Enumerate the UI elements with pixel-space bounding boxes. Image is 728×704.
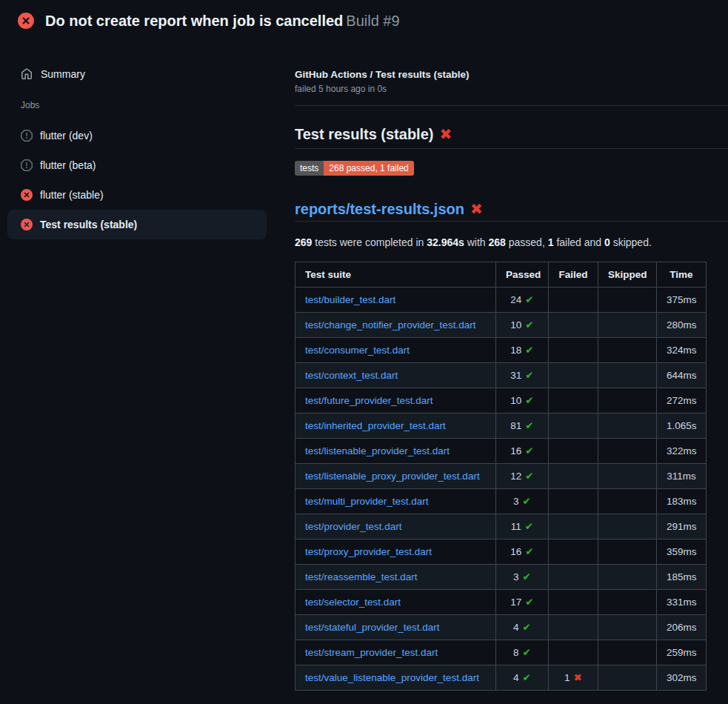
suite-link[interactable]: test/future_provider_test.dart [305,395,433,406]
skipped-cell [598,489,657,514]
count: 1 [564,672,570,683]
skipped-cell [598,388,657,414]
failed-cell: 1✖ [549,665,598,691]
check-icon: ✔ [525,369,533,381]
badge-row: tests 268 passed, 1 failed [295,161,728,176]
suite-link[interactable]: test/provider_test.dart [305,521,402,532]
summary-segment: with [464,236,489,248]
suite-link[interactable]: test/builder_test.dart [305,294,395,305]
time-cell: 206ms [657,615,707,640]
check-icon: ✔ [525,419,533,431]
suite-link[interactable]: test/consumer_test.dart [305,345,410,356]
failed-cell [549,288,598,313]
summary-segment: failed and [554,236,605,248]
check-icon: ✔ [525,319,533,331]
suite-link[interactable]: test/context_test.dart [305,370,398,381]
stop-icon [21,130,33,142]
suite-link[interactable]: test/proxy_provider_test.dart [305,546,432,557]
count: 4 [513,622,519,633]
time-cell: 1.065s [657,414,707,439]
table-row: test/stream_provider_test.dart8✔259ms [295,640,707,665]
job-label: flutter (beta) [40,159,96,171]
suite-link[interactable]: test/inherited_provider_test.dart [305,420,446,431]
suite-cell: test/listenable_provider_test.dart [295,439,496,464]
summary-segment: 32.964s [427,236,464,248]
passed-cell: 12✔ [496,464,549,489]
table-row: test/multi_provider_test.dart3✔183ms [295,489,707,514]
time-cell: 375ms [657,288,707,313]
suite-link[interactable]: test/reassemble_test.dart [305,571,418,582]
summary-segment: passed, [506,236,548,248]
table-row: test/provider_test.dart11✔291ms [295,514,707,539]
table-row: test/future_provider_test.dart10✔272ms [295,388,707,414]
time-cell: 311ms [657,464,707,489]
sidebar-job-flutter-dev[interactable]: flutter (dev) [7,121,267,150]
table-row: test/consumer_test.dart18✔324ms [295,338,707,363]
suite-link[interactable]: test/listenable_proxy_provider_test.dart [305,471,480,482]
time-cell: 644ms [657,363,707,388]
time-cell: 280ms [657,313,707,338]
checks-page: Do not create report when job is cancell… [0,0,728,691]
column-header-test-suite: Test suite [295,262,496,288]
failed-cell [549,363,598,388]
sidebar-job-flutter-stable[interactable]: flutter (stable) [7,180,267,210]
summary-segment: 0 [604,236,610,248]
passed-cell: 31✔ [496,363,549,388]
skipped-cell [598,665,657,691]
check-icon: ✔ [525,293,533,305]
passed-cell: 10✔ [496,388,549,414]
skipped-cell [598,615,657,640]
suite-cell: test/proxy_provider_test.dart [295,539,496,565]
suite-cell: test/stateful_provider_test.dart [295,615,496,640]
time-cell: 183ms [657,489,707,514]
run-title-text: Do not create report when job is cancell… [45,13,343,29]
passed-cell: 16✔ [496,539,549,565]
table-row: test/change_notifier_provider_test.dart1… [295,313,707,338]
count: 16 [510,546,521,557]
column-header-skipped: Skipped [598,262,657,288]
count: 31 [510,370,521,381]
failed-cell [549,539,598,565]
count: 81 [510,420,521,431]
suite-cell: test/selector_test.dart [295,590,496,615]
suite-link[interactable]: test/value_listenable_provider_test.dart [305,672,479,683]
suite-cell: test/builder_test.dart [295,288,496,313]
summary-segment: skipped. [610,236,652,248]
check-run-header: Do not create report when job is cancell… [0,0,728,41]
layout: Summary Jobs flutter (dev)flutter (beta)… [0,41,728,691]
failed-cell [549,313,598,338]
column-header-time: Time [657,262,707,288]
suite-link[interactable]: test/multi_provider_test.dart [305,496,429,507]
check-output-panel: GitHub Actions / Test results (stable) f… [289,41,728,691]
suite-cell: test/stream_provider_test.dart [295,640,496,665]
badge-value: 268 passed, 1 failed [324,161,413,176]
suite-cell: test/provider_test.dart [295,514,496,539]
passed-cell: 8✔ [496,640,549,665]
count: 17 [510,597,521,608]
jobs-section-label: Jobs [21,100,289,110]
suite-link[interactable]: test/stream_provider_test.dart [305,647,438,658]
sidebar-item-summary[interactable]: Summary [0,64,289,84]
failed-cell [549,414,598,439]
x-circle-fill-icon [18,13,34,29]
suite-link[interactable]: test/selector_test.dart [305,597,401,608]
table-row: test/builder_test.dart24✔375ms [295,288,707,313]
count: 10 [510,319,521,331]
skipped-cell [598,338,657,363]
count: 4 [513,672,519,683]
time-cell: 259ms [657,640,707,665]
check-icon: ✔ [525,344,533,356]
report-file-link[interactable]: reports/test-results.json [295,201,464,217]
suite-link[interactable]: test/listenable_provider_test.dart [305,445,450,456]
sidebar-job-flutter-beta[interactable]: flutter (beta) [7,150,267,180]
skipped-cell [598,464,657,489]
check-icon: ✔ [525,470,533,482]
suite-link[interactable]: test/change_notifier_provider_test.dart [305,319,475,331]
sidebar-job-test-results-stable[interactable]: Test results (stable) [7,210,267,239]
passed-cell: 16✔ [496,439,549,464]
suite-cell: test/future_provider_test.dart [295,388,496,414]
suite-link[interactable]: test/stateful_provider_test.dart [305,622,440,633]
report-file-heading: reports/test-results.json✖ [295,200,728,222]
check-icon: ✔ [523,621,531,633]
suite-cell: test/change_notifier_provider_test.dart [295,313,496,338]
